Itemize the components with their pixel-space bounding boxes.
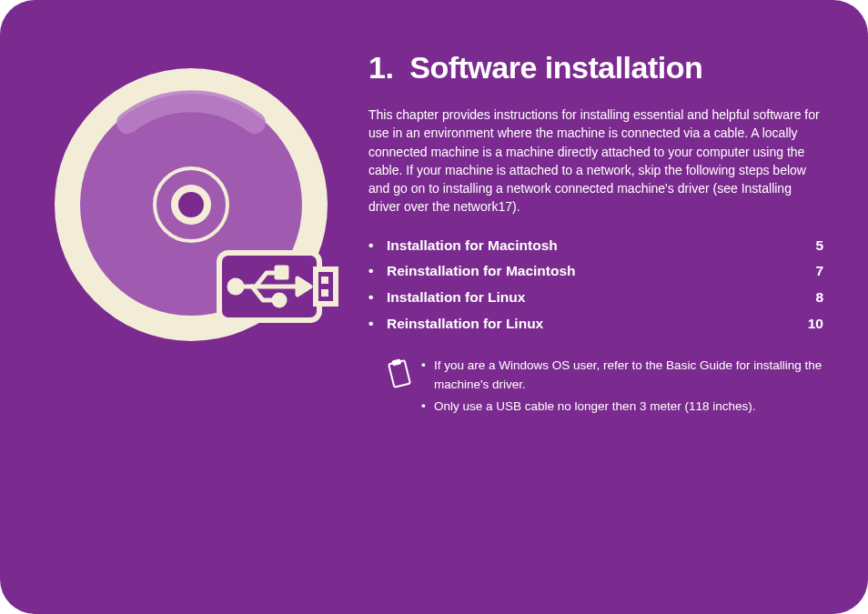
clipboard-icon xyxy=(387,358,412,389)
note-list: • If you are a Windows OS user, refer to… xyxy=(421,357,823,419)
svg-rect-8 xyxy=(321,289,328,297)
svg-rect-12 xyxy=(277,267,287,277)
table-of-contents: • Installation for Macintosh 5 • Reinsta… xyxy=(368,233,823,337)
toc-item[interactable]: • Installation for Linux 8 xyxy=(368,285,823,311)
svg-rect-6 xyxy=(316,269,336,304)
toc-page: 10 xyxy=(799,311,823,337)
chapter-title: 1. Software installation xyxy=(368,50,823,86)
toc-item[interactable]: • Reinstallation for Macintosh 7 xyxy=(368,258,823,285)
svg-rect-15 xyxy=(391,359,401,367)
bullet-icon: • xyxy=(421,357,434,394)
svg-point-10 xyxy=(229,280,242,293)
note-text: If you are a Windows OS user, refer to t… xyxy=(434,357,823,394)
svg-rect-7 xyxy=(321,277,328,284)
toc-label: Installation for Linux xyxy=(387,285,806,311)
intro-paragraph: This chapter provides instructions for i… xyxy=(368,106,823,216)
bullet-icon: • xyxy=(368,258,387,285)
note-item: • If you are a Windows OS user, refer to… xyxy=(421,357,823,394)
cd-usb-illustration xyxy=(41,55,341,355)
note-item: • Only use a USB cable no longer then 3 … xyxy=(421,398,823,416)
toc-item[interactable]: • Installation for Macintosh 5 xyxy=(368,233,823,259)
toc-page: 5 xyxy=(806,233,823,259)
toc-label: Reinstallation for Macintosh xyxy=(387,258,806,285)
bullet-icon: • xyxy=(368,311,387,337)
note-text: Only use a USB cable no longer then 3 me… xyxy=(434,398,823,416)
toc-item[interactable]: • Reinstallation for Linux 10 xyxy=(368,311,823,337)
toc-label: Reinstallation for Linux xyxy=(387,311,799,337)
chapter-name: Software installation xyxy=(409,50,702,85)
bullet-icon: • xyxy=(421,398,434,416)
bullet-icon: • xyxy=(368,285,387,311)
toc-label: Installation for Macintosh xyxy=(387,233,806,259)
bullet-icon: • xyxy=(368,233,387,259)
svg-point-4 xyxy=(178,192,204,217)
content-column: 1. Software installation This chapter pr… xyxy=(368,50,823,419)
note-block: • If you are a Windows OS user, refer to… xyxy=(387,357,823,419)
toc-page: 7 xyxy=(806,258,823,285)
svg-point-13 xyxy=(274,295,285,306)
document-page: 1. Software installation This chapter pr… xyxy=(0,0,868,614)
chapter-number: 1. xyxy=(368,50,393,85)
toc-page: 8 xyxy=(806,285,823,311)
